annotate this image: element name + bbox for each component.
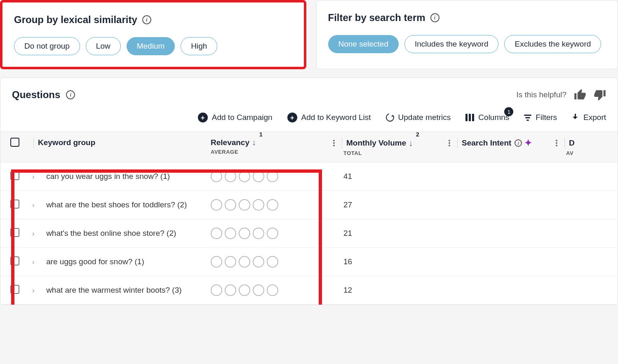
- pill-none-selected[interactable]: None selected: [328, 35, 399, 53]
- info-icon[interactable]: i: [430, 13, 439, 22]
- export-button[interactable]: Export: [572, 113, 606, 122]
- questions-title-text: Questions: [12, 89, 60, 101]
- pill-low[interactable]: Low: [86, 37, 121, 55]
- info-icon[interactable]: i: [66, 90, 75, 99]
- helpful-text: Is this helpful?: [517, 90, 566, 99]
- volume-value: 12: [343, 286, 352, 294]
- row-checkbox[interactable]: [10, 285, 19, 294]
- add-to-keyword-list-button[interactable]: + Add to Keyword List: [287, 113, 371, 122]
- col-monthly-volume[interactable]: Monthly Volume: [346, 139, 406, 148]
- keyword-text: are uggs good for snow? (1): [46, 257, 144, 266]
- row-checkbox[interactable]: [10, 200, 19, 209]
- relevancy-rating[interactable]: [211, 228, 316, 239]
- row-checkbox[interactable]: [10, 256, 19, 265]
- column-menu-icon[interactable]: [330, 139, 338, 147]
- filter-title: Filter by search term i: [328, 12, 606, 23]
- col-last[interactable]: D: [569, 139, 575, 148]
- group-by-title: Group by lexical similarity i: [14, 14, 292, 26]
- sort-arrow-down-icon[interactable]: ↓: [409, 139, 413, 148]
- expand-icon[interactable]: ›: [29, 258, 38, 266]
- pill-includes-keyword[interactable]: Includes the keyword: [404, 35, 499, 53]
- expand-icon[interactable]: ›: [29, 201, 38, 209]
- sparkle-icon: ✦: [524, 138, 532, 148]
- pill-do-not-group[interactable]: Do not group: [14, 37, 80, 55]
- filters-button[interactable]: Filters: [524, 113, 557, 122]
- columns-badge: 1: [504, 107, 513, 116]
- keyword-text: what's the best online shoe store? (2): [46, 229, 176, 237]
- volume-value: 21: [343, 229, 352, 237]
- filter-options: None selected Includes the keyword Exclu…: [328, 35, 606, 53]
- column-menu-icon[interactable]: [446, 139, 453, 147]
- col-relevancy[interactable]: Relevancy: [211, 138, 249, 147]
- keyword-text: can you wear uggs in the snow? (1): [46, 172, 170, 181]
- col-search-intent[interactable]: Search Intent: [462, 139, 511, 148]
- row-checkbox[interactable]: [10, 171, 19, 180]
- col-last-sub: AV: [566, 150, 613, 156]
- volume-value: 27: [343, 200, 352, 209]
- keyword-text: what are the warmest winter boots? (3): [46, 286, 181, 294]
- filter-title-text: Filter by search term: [328, 12, 425, 23]
- pill-excludes-keyword[interactable]: Excludes the keyword: [504, 35, 601, 53]
- table-row: › can you wear uggs in the snow? (1) 41: [0, 162, 618, 191]
- add-keyword-list-label: Add to Keyword List: [301, 113, 371, 122]
- group-by-title-text: Group by lexical similarity: [14, 14, 137, 26]
- volume-value: 16: [343, 257, 352, 266]
- table-row: › what's the best online shoe store? (2)…: [0, 219, 618, 248]
- group-by-options: Do not group Low Medium High: [14, 37, 292, 55]
- columns-button[interactable]: Columns 1: [465, 113, 509, 122]
- columns-icon: [465, 114, 474, 121]
- table-row: › what are the best shoes for toddlers? …: [0, 191, 618, 219]
- group-by-card: Group by lexical similarity i Do not gro…: [0, 0, 306, 69]
- refresh-icon: [384, 112, 395, 123]
- update-metrics-label: Update metrics: [398, 113, 451, 122]
- pill-high[interactable]: High: [181, 37, 217, 55]
- table-row: › what are the warmest winter boots? (3)…: [0, 276, 618, 305]
- thumbs-up-icon[interactable]: [574, 89, 586, 101]
- sort-order-2: 2: [416, 131, 419, 138]
- questions-toolbar: + Add to Campaign + Add to Keyword List …: [0, 109, 618, 132]
- pill-medium[interactable]: Medium: [127, 37, 175, 55]
- relevancy-rating[interactable]: [211, 256, 316, 268]
- questions-title: Questions i: [12, 89, 75, 101]
- row-checkbox[interactable]: [10, 228, 19, 237]
- table-row: › are uggs good for snow? (1) 16: [0, 248, 618, 276]
- info-icon[interactable]: i: [142, 15, 151, 24]
- filter-icon: [524, 115, 531, 121]
- download-icon: [572, 114, 579, 121]
- questions-table: Keyword group Relevancy ↓ 1 AVERAGE Mont…: [0, 132, 618, 305]
- select-all-checkbox[interactable]: [10, 138, 19, 147]
- expand-icon[interactable]: ›: [29, 287, 38, 295]
- relevancy-rating[interactable]: [211, 171, 316, 182]
- info-icon[interactable]: i: [515, 139, 522, 147]
- keyword-text: what are the best shoes for toddlers? (2…: [46, 200, 187, 209]
- export-label: Export: [583, 113, 606, 122]
- expand-icon[interactable]: ›: [29, 230, 38, 238]
- add-campaign-label: Add to Campaign: [212, 113, 273, 122]
- helpful-prompt: Is this helpful?: [517, 89, 606, 101]
- add-to-campaign-button[interactable]: + Add to Campaign: [198, 113, 273, 122]
- sort-order-1: 1: [259, 131, 263, 138]
- col-keyword-group[interactable]: Keyword group: [38, 138, 95, 147]
- relevancy-rating[interactable]: [211, 199, 316, 211]
- volume-value: 41: [343, 172, 352, 181]
- sort-arrow-down-icon[interactable]: ↓: [252, 138, 256, 147]
- questions-card: Questions i Is this helpful? + Add to Ca…: [0, 77, 618, 305]
- update-metrics-button[interactable]: Update metrics: [386, 113, 451, 122]
- expand-icon[interactable]: ›: [29, 173, 38, 181]
- filters-label: Filters: [536, 113, 557, 122]
- relevancy-rating[interactable]: [211, 284, 316, 296]
- plus-icon: +: [287, 113, 297, 122]
- col-monthly-volume-sub: TOTAL: [343, 150, 432, 156]
- plus-icon: +: [198, 113, 208, 122]
- col-relevancy-sub: AVERAGE: [211, 149, 316, 155]
- filter-card: Filter by search term i None selected In…: [316, 0, 618, 69]
- column-menu-icon[interactable]: [553, 139, 560, 147]
- thumbs-down-icon[interactable]: [594, 89, 606, 101]
